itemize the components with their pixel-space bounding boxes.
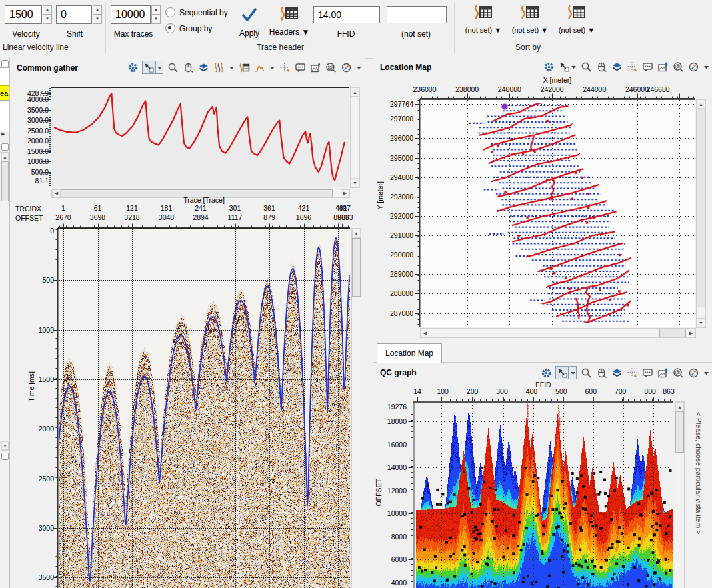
export-image-icon[interactable]: [657, 61, 669, 73]
mouse-mode-icon[interactable]: [595, 367, 607, 379]
velocity-stepper[interactable]: 1500 ▲▼: [5, 5, 52, 24]
seismic-gather-display[interactable]: [58, 228, 350, 588]
qc-area-chart[interactable]: [413, 401, 673, 588]
scroll-down-icon[interactable]: ▼: [697, 318, 705, 327]
scroll-thumb[interactable]: [697, 109, 705, 307]
zoom-window-dropdown-icon[interactable]: [570, 61, 577, 73]
right-arrow-icon[interactable]: ▶: [1, 131, 5, 137]
qc-vscroll[interactable]: ▲: [675, 401, 685, 588]
spin-down-icon[interactable]: ▼: [43, 15, 52, 24]
magnifier-icon[interactable]: [580, 367, 592, 379]
scroll-up-icon[interactable]: ▲: [1, 153, 9, 161]
map-hscroll[interactable]: ◀ ▶: [420, 328, 696, 338]
sort-by-button-1[interactable]: (not set) ▼: [463, 4, 504, 34]
settings-gear-icon[interactable]: [127, 61, 139, 73]
scroll-thumb[interactable]: [1, 161, 9, 201]
wiggle-display-icon[interactable]: [213, 61, 225, 73]
velocity-chart-vscroll[interactable]: ▲ ▼: [350, 87, 360, 188]
compass-icon[interactable]: [687, 61, 699, 73]
scroll-right-icon[interactable]: ▶: [687, 329, 695, 337]
value-zoom-icon[interactable]: @: [672, 61, 684, 73]
velocity-spin-buttons[interactable]: ▲▼: [43, 5, 52, 24]
group-by-radio[interactable]: Group by: [165, 23, 212, 33]
settings-gear-icon[interactable]: [543, 61, 555, 73]
compass-icon[interactable]: [687, 367, 699, 379]
zoom-window-icon[interactable]: [555, 366, 569, 379]
comment-icon[interactable]: [294, 61, 306, 73]
sort-by-button-2[interactable]: (not set) ▼: [509, 4, 551, 34]
shift-stepper[interactable]: 0 ▲▼: [56, 5, 102, 24]
scroll-up-icon[interactable]: ▲: [352, 229, 361, 238]
export-image-icon[interactable]: [309, 61, 321, 73]
map-vscroll[interactable]: ▲ ▼: [696, 99, 706, 328]
max-traces-spin-buttons[interactable]: ▲▼: [151, 5, 161, 24]
scroll-up-icon[interactable]: ▲: [351, 87, 359, 97]
magnifier-icon[interactable]: [167, 61, 179, 73]
more-dropdown-icon[interactable]: [355, 61, 362, 73]
layers-icon[interactable]: [611, 367, 623, 379]
layers-icon[interactable]: [611, 61, 623, 73]
scroll-up-icon[interactable]: ▲: [697, 99, 705, 109]
radio-circle-icon[interactable]: [165, 7, 175, 17]
gain-curve-dropdown-icon[interactable]: [269, 61, 275, 73]
zoom-window-icon[interactable]: [558, 61, 570, 73]
scroll-down-icon[interactable]: ▼: [1, 441, 9, 450]
radio-circle-icon[interactable]: [165, 23, 175, 33]
crosshair-icon[interactable]: [626, 367, 638, 379]
scroll-down-icon[interactable]: ▼: [351, 178, 359, 187]
value-zoom-icon[interactable]: @: [325, 61, 337, 73]
tab-location-map[interactable]: Location Map: [377, 343, 442, 363]
zoom-window-icon[interactable]: [142, 61, 155, 74]
clipped-list[interactable]: [0, 100, 9, 131]
window-icon[interactable]: [1, 60, 9, 67]
spin-down-icon[interactable]: ▼: [151, 15, 161, 24]
highlighted-list-item[interactable]: ea: [0, 85, 9, 101]
scroll-up-icon[interactable]: ▲: [675, 402, 684, 411]
scroll-left-icon[interactable]: ◀: [421, 329, 429, 337]
scroll-thumb[interactable]: [352, 238, 361, 297]
wiggle-display-dropdown-icon[interactable]: [228, 61, 235, 73]
spin-up-icon[interactable]: ▲: [93, 5, 102, 15]
more-dropdown-icon[interactable]: [703, 367, 709, 379]
sort-by-button-3[interactable]: (not set) ▼: [556, 4, 597, 34]
zoom-window-dropdown-icon[interactable]: [155, 61, 163, 74]
comment-icon[interactable]: [641, 61, 653, 73]
headers-button[interactable]: Headers ▼: [269, 5, 309, 37]
apply-button[interactable]: Apply: [235, 5, 264, 38]
comment-icon[interactable]: [641, 367, 653, 379]
velocity-line-chart[interactable]: [51, 87, 349, 187]
zoom-window-dropdown-icon[interactable]: [569, 366, 577, 379]
shift-spin-buttons[interactable]: ▲▼: [93, 5, 102, 24]
shift-input[interactable]: 0: [56, 5, 92, 24]
clipped-field[interactable]: [0, 67, 9, 85]
crosshair-icon[interactable]: [279, 61, 291, 73]
mouse-mode-icon[interactable]: [595, 61, 607, 73]
gain-curve-icon[interactable]: [253, 61, 265, 73]
scroll-thumb[interactable]: [675, 411, 684, 453]
spin-up-icon[interactable]: ▲: [151, 5, 161, 15]
seismic-vscroll[interactable]: ▲: [351, 228, 361, 588]
magnifier-icon[interactable]: [580, 61, 592, 73]
window-icon[interactable]: [1, 453, 9, 460]
value-zoom-icon[interactable]: @: [672, 367, 684, 379]
window-icon[interactable]: [1, 143, 9, 151]
scroll-thumb[interactable]: [659, 329, 686, 337]
mouse-mode-icon[interactable]: [182, 61, 194, 73]
location-map-plot[interactable]: [420, 99, 695, 327]
sequential-by-radio[interactable]: Sequential by: [165, 7, 228, 17]
more-dropdown-icon[interactable]: [703, 61, 709, 73]
notset-field[interactable]: [387, 6, 447, 23]
export-image-icon[interactable]: [657, 367, 669, 379]
velocity-input[interactable]: 1500: [5, 5, 42, 24]
max-traces-input[interactable]: 10000: [111, 5, 151, 24]
compass-icon[interactable]: [340, 61, 352, 73]
crosshair-icon[interactable]: [626, 61, 638, 73]
layers-icon[interactable]: [197, 61, 209, 73]
left-panel-scrollbar[interactable]: ▲ ▼: [1, 152, 9, 451]
settings-gear-icon[interactable]: [540, 367, 552, 379]
max-traces-stepper[interactable]: 10000 ▲▼: [111, 5, 161, 24]
spin-down-icon[interactable]: ▼: [93, 15, 102, 24]
ffid-field[interactable]: 14.00: [313, 6, 380, 23]
spin-up-icon[interactable]: ▲: [43, 5, 52, 15]
trace-header-table-icon[interactable]: [238, 61, 250, 73]
